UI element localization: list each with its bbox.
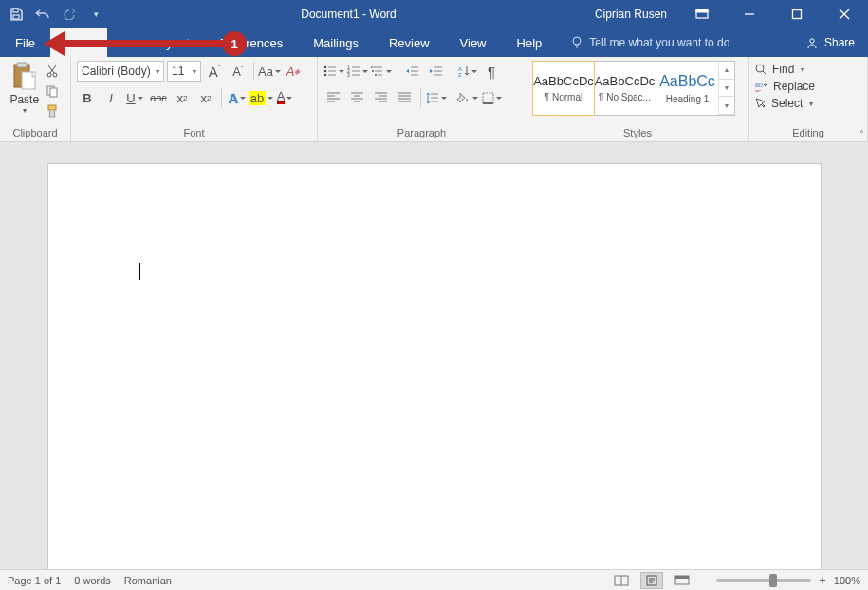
increase-indent-icon[interactable] — [426, 61, 447, 82]
text-effects-icon[interactable]: A — [227, 87, 248, 108]
change-case-icon[interactable]: Aa — [259, 61, 280, 82]
shrink-font-icon[interactable]: Aˇ — [228, 61, 249, 82]
highlight-icon[interactable]: ab — [250, 87, 271, 108]
multilevel-list-icon[interactable] — [371, 61, 392, 82]
svg-rect-5 — [793, 10, 802, 19]
replace-icon: abac — [755, 81, 768, 92]
svg-rect-37 — [675, 576, 689, 579]
share-button[interactable]: Share — [793, 28, 868, 57]
tab-mailings[interactable]: Mailings — [298, 28, 374, 57]
find-button[interactable]: Find▾ — [755, 63, 815, 76]
clear-formatting-icon[interactable]: A◆ — [283, 61, 304, 82]
justify-icon[interactable] — [395, 87, 416, 108]
svg-point-18 — [324, 66, 327, 69]
svg-text:Z: Z — [458, 72, 462, 77]
style-normal[interactable]: AaBbCcDc ¶ Normal — [532, 61, 595, 116]
replace-button[interactable]: abac Replace — [755, 80, 815, 93]
cut-icon[interactable] — [43, 63, 62, 80]
tab-layout[interactable]: ayout — [107, 28, 205, 57]
tab-review[interactable]: Review — [374, 28, 445, 57]
read-mode-icon[interactable] — [610, 572, 633, 589]
align-left-icon[interactable] — [323, 87, 344, 108]
show-marks-icon[interactable]: ¶ — [481, 61, 502, 82]
title-bar: ▾ Document1 - Word Ciprian Rusen — [0, 0, 868, 28]
doc-name: Document1 — [301, 8, 359, 21]
align-center-icon[interactable] — [347, 87, 368, 108]
svg-point-13 — [47, 73, 51, 77]
document-page[interactable] — [47, 163, 822, 569]
font-color-icon[interactable]: A — [274, 87, 295, 108]
line-spacing-icon[interactable] — [426, 87, 447, 108]
shading-icon[interactable] — [457, 87, 478, 108]
format-painter-icon[interactable] — [43, 102, 62, 120]
grow-font-icon[interactable]: Aˆ — [204, 61, 225, 82]
user-name[interactable]: Ciprian Rusen — [585, 8, 676, 21]
minimize-icon[interactable] — [728, 0, 771, 28]
search-icon — [755, 64, 767, 76]
svg-text:3: 3 — [347, 72, 350, 77]
borders-icon[interactable] — [481, 87, 502, 108]
quick-access-toolbar: ▾ — [0, 2, 112, 27]
group-clipboard: Paste ▾ Clipboard — [0, 57, 71, 141]
zoom-level[interactable]: 100% — [834, 575, 860, 586]
lightbulb-icon — [570, 36, 583, 49]
qat-customize-icon[interactable]: ▾ — [83, 2, 108, 27]
numbering-icon[interactable]: 123 — [347, 61, 368, 82]
style-heading-1[interactable]: AaBbCc Heading 1 — [656, 62, 719, 115]
tab-home[interactable] — [50, 28, 107, 57]
share-icon — [806, 37, 819, 49]
align-right-icon[interactable] — [371, 87, 392, 108]
page-indicator[interactable]: Page 1 of 1 — [8, 575, 61, 586]
underline-button[interactable]: U — [124, 87, 145, 108]
bullets-icon[interactable] — [323, 61, 344, 82]
word-count[interactable]: 0 words — [74, 575, 111, 586]
close-icon[interactable] — [822, 0, 866, 28]
select-icon — [755, 98, 766, 110]
svg-point-24 — [371, 66, 372, 68]
zoom-slider[interactable] — [716, 579, 811, 582]
ribbon-display-icon[interactable] — [680, 0, 724, 28]
zoom-out-icon[interactable]: − — [701, 573, 709, 588]
italic-button[interactable]: I — [101, 87, 121, 108]
zoom-in-icon[interactable]: + — [819, 573, 826, 587]
ribbon: Paste ▾ Clipboard Calibri (Body)▾ 11▾ Aˆ… — [0, 57, 868, 142]
superscript-button[interactable]: x2 — [195, 87, 216, 108]
svg-rect-0 — [13, 9, 18, 12]
svg-text:ac: ac — [755, 88, 761, 92]
svg-text:ab: ab — [755, 82, 763, 88]
styles-gallery[interactable]: AaBbCcDc ¶ Normal AaBbCcDc ¶ No Spac... … — [532, 61, 735, 116]
collapse-ribbon-icon[interactable]: ˄ — [859, 129, 864, 139]
gallery-scroll[interactable]: ▴▾▾ — [719, 62, 734, 115]
svg-rect-3 — [696, 9, 708, 12]
language-indicator[interactable]: Romanian — [124, 575, 172, 586]
bold-button[interactable]: B — [77, 87, 98, 108]
decrease-indent-icon[interactable] — [402, 61, 423, 82]
tell-me-search[interactable]: Tell me what you want to do — [570, 28, 729, 57]
text-cursor — [139, 263, 140, 280]
web-layout-icon[interactable] — [671, 572, 693, 589]
font-name-combo[interactable]: Calibri (Body)▾ — [77, 61, 164, 82]
paste-button[interactable]: Paste ▾ — [6, 61, 43, 115]
group-editing: Find▾ abac Replace Select▾ Editing — [749, 57, 868, 141]
tab-view[interactable]: View — [445, 28, 502, 57]
select-button[interactable]: Select▾ — [755, 97, 815, 110]
redo-icon[interactable] — [57, 2, 82, 27]
subscript-button[interactable]: x2 — [172, 87, 193, 108]
undo-icon[interactable] — [30, 2, 55, 27]
copy-icon[interactable] — [43, 83, 62, 100]
tab-references[interactable]: References — [205, 28, 298, 57]
tab-file[interactable]: File — [0, 28, 50, 57]
group-styles: AaBbCcDc ¶ Normal AaBbCcDc ¶ No Spac... … — [526, 57, 749, 141]
print-layout-icon[interactable] — [640, 572, 663, 589]
group-label: Styles — [526, 125, 748, 141]
style-no-spacing[interactable]: AaBbCcDc ¶ No Spac... — [594, 62, 656, 115]
svg-point-9 — [810, 38, 814, 42]
font-size-combo[interactable]: 11▾ — [167, 61, 201, 82]
save-icon[interactable] — [4, 2, 28, 27]
app-name: Word — [369, 8, 396, 21]
group-label: Clipboard — [0, 125, 70, 141]
maximize-icon[interactable] — [775, 0, 819, 28]
strikethrough-button[interactable]: abc — [148, 87, 169, 108]
sort-icon[interactable]: AZ — [457, 61, 478, 82]
tab-help[interactable]: Help — [502, 28, 558, 57]
